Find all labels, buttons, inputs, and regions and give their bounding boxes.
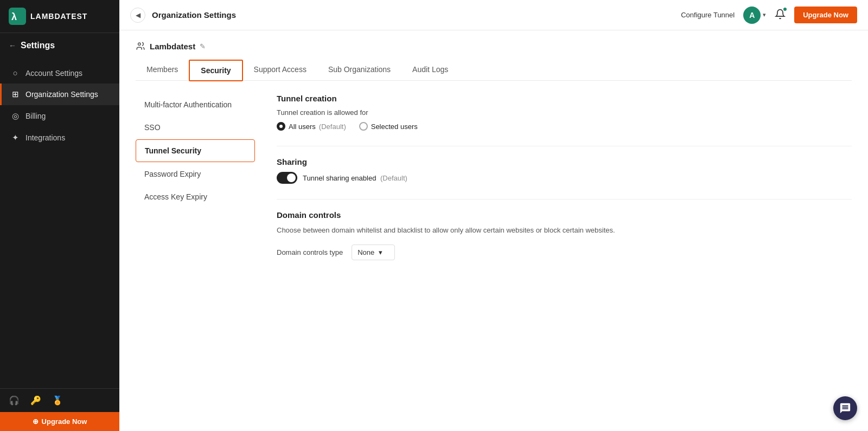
user-avatar[interactable]: A (743, 7, 761, 24)
sidebar-logo: λ LAMBDATEST (0, 0, 119, 33)
content-area: Lambdatest ✎ Members Security Support Ac… (119, 30, 868, 431)
radio-selected-users-label: Selected users (371, 123, 418, 131)
brand-name: LAMBDATEST (30, 12, 87, 21)
radio-all-users[interactable]: All users (Default) (277, 122, 346, 131)
billing-icon: ◎ (10, 111, 20, 121)
domain-controls-description: Choose between domain whitelist and blac… (277, 225, 852, 236)
sidebar-item-label: Organization Settings (25, 90, 98, 99)
tab-audit-logs[interactable]: Audit Logs (401, 60, 459, 81)
page-title: Organization Settings (152, 10, 681, 20)
tab-sub-organizations[interactable]: Sub Organizations (317, 60, 401, 81)
domain-controls-type-dropdown[interactable]: None ▾ (352, 245, 395, 260)
settings-item-sso[interactable]: SSO (136, 117, 255, 138)
sidebar-item-account-settings[interactable]: ○ Account Settings (0, 62, 119, 83)
sidebar-settings-header: ← Settings (0, 33, 119, 58)
divider-1 (277, 146, 852, 146)
svg-text:λ: λ (11, 11, 17, 22)
account-settings-icon: ○ (10, 68, 20, 78)
domain-controls-type-value: None (358, 248, 374, 256)
tabs: Members Security Support Access Sub Orga… (136, 60, 852, 81)
lambdatest-logo-icon: λ (9, 8, 26, 25)
sidebar-item-label: Account Settings (25, 69, 82, 78)
key-icon[interactable]: 🔑 (30, 395, 41, 406)
upgrade-circle-icon: ⊕ (33, 417, 39, 426)
tunnel-creation-section: Tunnel creation Tunnel creation is allow… (277, 94, 852, 131)
chat-support-button[interactable] (833, 396, 857, 420)
radio-all-users-circle[interactable] (277, 122, 285, 131)
sharing-toggle[interactable] (277, 172, 297, 184)
settings-item-tunnel-security[interactable]: Tunnel Security (136, 139, 255, 162)
domain-controls-type-row: Domain controls type None ▾ (277, 245, 852, 260)
org-icon (136, 41, 145, 51)
avatar-dropdown[interactable]: A ▾ (743, 7, 766, 24)
org-name: Lambdatest (150, 42, 195, 51)
sidebar-nav: ○ Account Settings ⊞ Organization Settin… (0, 58, 119, 388)
domain-controls-section: Domain controls Choose between domain wh… (277, 210, 852, 260)
sidebar-item-integrations[interactable]: ✦ Integrations (0, 127, 119, 149)
integrations-icon: ✦ (10, 133, 20, 143)
tunnel-creation-allowed-label: Tunnel creation is allowed for (277, 108, 852, 117)
settings-item-password-expiry[interactable]: Password Expiry (136, 163, 255, 185)
domain-controls-title: Domain controls (277, 210, 852, 220)
tunnel-creation-title: Tunnel creation (277, 94, 852, 103)
sidebar-upgrade-button[interactable]: ⊕ Upgrade Now (0, 412, 119, 431)
sidebar-item-label: Billing (25, 112, 46, 120)
radio-selected-users[interactable]: Selected users (359, 122, 418, 131)
sidebar-item-organization-settings[interactable]: ⊞ Organization Settings (0, 83, 119, 105)
topbar-upgrade-button[interactable]: Upgrade Now (794, 7, 857, 23)
tab-support-access[interactable]: Support Access (243, 60, 317, 81)
dropdown-arrow-icon: ▾ (379, 248, 382, 256)
avatar-chevron-icon: ▾ (763, 11, 766, 18)
settings-sidebar: Multi-factor Authentication SSO Tunnel S… (136, 94, 266, 275)
headset-icon[interactable]: 🎧 (9, 395, 20, 406)
tunnel-creation-radio-group: All users (Default) Selected users (277, 122, 852, 131)
notification-badge (782, 7, 788, 12)
edit-org-icon[interactable]: ✎ (200, 42, 206, 50)
back-arrow-icon[interactable]: ← (9, 41, 16, 50)
sidebar-header-label: Settings (21, 41, 55, 50)
settings-content: Tunnel creation Tunnel creation is allow… (266, 94, 852, 275)
sharing-toggle-label: Tunnel sharing enabled (Default) (303, 174, 407, 182)
radio-all-users-label: All users (289, 123, 316, 131)
radio-all-users-default: (Default) (319, 123, 346, 131)
sidebar-item-billing[interactable]: ◎ Billing (0, 105, 119, 127)
svg-point-2 (138, 43, 141, 46)
radio-selected-users-circle[interactable] (359, 122, 368, 131)
tab-security[interactable]: Security (189, 60, 242, 81)
sharing-default-text: (Default) (380, 174, 407, 182)
topbar: ◀ Organization Settings Configure Tunnel… (119, 0, 868, 30)
divider-2 (277, 199, 852, 200)
sharing-toggle-row: Tunnel sharing enabled (Default) (277, 172, 852, 184)
organization-settings-icon: ⊞ (10, 89, 20, 99)
main-panel: ◀ Organization Settings Configure Tunnel… (119, 0, 868, 431)
toggle-thumb (287, 173, 296, 182)
sharing-title: Sharing (277, 157, 852, 166)
badge-icon[interactable]: 🏅 (52, 395, 63, 406)
settings-layout: Multi-factor Authentication SSO Tunnel S… (136, 94, 852, 275)
configure-tunnel-link[interactable]: Configure Tunnel (681, 11, 735, 19)
sharing-section: Sharing Tunnel sharing enabled (Default) (277, 157, 852, 184)
sidebar-bottom-icons: 🎧 🔑 🏅 (0, 388, 119, 412)
sidebar-item-label: Integrations (25, 133, 65, 142)
org-header: Lambdatest ✎ (136, 41, 852, 51)
settings-item-mfa[interactable]: Multi-factor Authentication (136, 94, 255, 115)
sharing-label-text: Tunnel sharing enabled (303, 174, 376, 182)
collapse-sidebar-button[interactable]: ◀ (130, 8, 145, 23)
sidebar-upgrade-label: Upgrade Now (42, 417, 87, 426)
sidebar: λ LAMBDATEST ← Settings ○ Account Settin… (0, 0, 119, 431)
topbar-right: Configure Tunnel A ▾ Upgrade Now (681, 7, 857, 24)
notification-icon[interactable] (775, 9, 786, 22)
tab-members[interactable]: Members (136, 60, 189, 81)
domain-controls-type-label: Domain controls type (277, 248, 343, 256)
settings-item-access-key-expiry[interactable]: Access Key Expiry (136, 186, 255, 208)
